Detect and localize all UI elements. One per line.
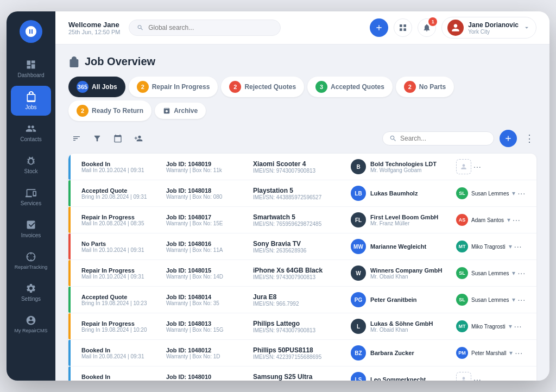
row-actions-5: SL Susan Lemmes ▾ ··· — [456, 294, 536, 306]
status-text-4: Repair In Progress — [81, 267, 163, 274]
sidebar-item-jobs[interactable]: Jobs — [11, 86, 51, 116]
status-text-1: Accepted Quote — [81, 187, 163, 194]
customer-name-6: Lukas & Söhne GmbH — [370, 320, 433, 327]
device-cell-4: iPhone Xs 64GB Black IMEI/SN: 9743007900… — [250, 267, 348, 280]
tab-accepted-quotes[interactable]: 3 Accepted Quotes — [307, 77, 393, 97]
user-info[interactable]: Jane Dorianovic York City — [441, 17, 536, 39]
customer-name-2: First Level Boom GmbH — [370, 214, 438, 220]
row-menu-button-5[interactable]: ··· — [517, 295, 526, 304]
job-id-cell-0: Job ID: 1048019 Warranty | Box No: 11k — [163, 161, 250, 173]
row-menu-button-7[interactable]: ··· — [515, 349, 523, 357]
more-options-button[interactable]: ⋮ — [522, 130, 536, 147]
assignee-4: SL Susan Lemmes ▾ — [456, 267, 515, 279]
assignee-avatar-6: MT — [456, 320, 468, 332]
assignee-chevron-7[interactable]: ▾ — [509, 349, 513, 357]
job-id-cell-4: Job ID: 1048015 Warranty | Box No: 14D — [163, 267, 250, 280]
sidebar-item-contacts[interactable]: Contacts — [7, 118, 55, 148]
notification-button[interactable]: 1 — [418, 18, 436, 37]
customer-cell-2: FL First Level Boom GmbH Mr. Franz Mülle… — [348, 212, 456, 227]
app-logo[interactable] — [20, 20, 42, 43]
assignee-chevron-6[interactable]: ▾ — [509, 323, 512, 330]
table-row: Booked In Homepage | 05.12.20 | 09:31 Jo… — [68, 366, 536, 381]
assignee-name-4: Susan Lemmes — [471, 270, 509, 276]
customer-avatar-6: L — [351, 319, 366, 334]
customer-name-1: Lukas Baumholz — [370, 190, 418, 197]
status-text-8: Booked In — [81, 374, 163, 380]
filter-button[interactable] — [89, 130, 105, 147]
calendar-button[interactable] — [110, 130, 126, 147]
row-menu-button-3[interactable]: ··· — [514, 242, 522, 251]
row-actions-2: AS Adam Santos ▾ ··· — [456, 214, 536, 226]
status-sub-2: Mail In 20.08.2024 | 08:35 — [81, 220, 163, 226]
device-cell-7: Phillips 50PUS8118 IMEI/SN: 422397155688… — [250, 346, 348, 360]
tab-repair-badge: 2 — [137, 81, 149, 93]
sidebar-item-invoices-label: Invoices — [21, 232, 41, 238]
assignee-chevron-4[interactable]: ▾ — [512, 269, 515, 277]
sidebar-item-invoices[interactable]: Invoices — [7, 214, 55, 244]
row-menu-button-6[interactable]: ··· — [514, 322, 522, 331]
status-cell-3: No Parts Mail In 20.10.2024 | 09:31 — [76, 241, 163, 253]
table-search-bar[interactable] — [382, 131, 494, 146]
new-job-button[interactable] — [500, 130, 517, 147]
status-sub-8: Homepage | 05.12.20 | 09:31 — [81, 380, 163, 381]
unassign-icon-8[interactable] — [456, 372, 471, 381]
services-icon — [26, 187, 36, 198]
status-bar-6 — [68, 313, 71, 339]
device-name-7: Phillips 50PUS8118 — [253, 346, 348, 354]
assignee-chevron-1[interactable]: ▾ — [512, 189, 515, 197]
device-cell-6: Philips Lattego IMEI/SN: 9743007900813 — [250, 320, 348, 333]
user-city: York City — [468, 29, 519, 35]
row-menu-button-1[interactable]: ··· — [517, 189, 526, 198]
tab-ready-label: Ready To Return — [92, 107, 143, 115]
customer-cell-0: B Bold Technologies LDT Mr. Wolfgang Gob… — [348, 159, 456, 174]
assignee-chevron-2[interactable]: ▾ — [507, 216, 510, 224]
status-bar-3 — [68, 233, 71, 260]
unassign-icon-0[interactable] — [456, 159, 471, 174]
global-search-bar[interactable] — [129, 20, 281, 36]
job-id-cell-6: Job ID: 1048013 Warranty | Box No: 15G — [163, 320, 250, 333]
user-add-button[interactable] — [130, 130, 147, 147]
job-sub-5: Warranty | Box No: 35 — [166, 300, 250, 306]
sidebar-item-my-repair-cms[interactable]: My RepairCMS — [7, 309, 55, 339]
grid-button[interactable] — [394, 18, 412, 37]
assignee-chevron-3[interactable]: ▾ — [509, 243, 512, 250]
job-id-cell-3: Job ID: 1048016 Warranty | Box No: 11A — [163, 241, 250, 253]
tab-repair-in-progress[interactable]: 2 Repair In Progress — [129, 77, 218, 97]
sidebar-item-stock[interactable]: Stock — [7, 150, 55, 180]
sidebar-item-services[interactable]: Services — [7, 182, 55, 212]
assignee-2: AS Adam Santos ▾ — [456, 214, 510, 226]
device-cell-8: Samsung S25 Ultra IMEI/SN: 2635628930666… — [250, 373, 348, 381]
sidebar-item-settings[interactable]: Settings — [7, 277, 55, 307]
device-name-6: Philips Lattego — [253, 320, 348, 327]
assignee-chevron-5[interactable]: ▾ — [512, 296, 515, 304]
row-menu-button-2[interactable]: ··· — [513, 216, 521, 224]
customer-info-2: First Level Boom GmbH Mr. Franz Müller — [370, 214, 438, 226]
table-search-input[interactable] — [400, 135, 487, 142]
sidebar-item-dashboard[interactable]: Dashboard — [7, 54, 55, 84]
device-cell-3: Sony Bravia TV IMEI/SN: 2635628936 — [250, 240, 348, 254]
customer-name-4: Winners Company GmbH — [370, 267, 443, 274]
row-menu-button-0[interactable]: ··· — [473, 162, 482, 171]
customer-avatar-1: LB — [351, 186, 366, 201]
job-id-1: Job ID: 1048018 — [166, 187, 250, 194]
device-name-4: iPhone Xs 64GB Black — [253, 267, 348, 274]
add-button[interactable] — [370, 18, 388, 37]
repair-tracking-icon — [26, 251, 36, 262]
sidebar-item-repair-tracking[interactable]: RepairTracking — [7, 246, 55, 275]
user-details: Jane Dorianovic York City — [468, 21, 519, 35]
sidebar-item-services-label: Services — [21, 200, 41, 206]
tab-ready-to-return[interactable]: 2 Ready To Return — [68, 100, 151, 121]
global-search-input[interactable] — [148, 24, 273, 31]
row-menu-button-4[interactable]: ··· — [517, 269, 526, 277]
job-sub-7: Warranty | Box No: 1D — [166, 353, 250, 359]
job-sub-0: Warranty | Box No: 11k — [166, 167, 250, 173]
filter-lines-button[interactable] — [68, 130, 85, 147]
tab-rejected-quotes[interactable]: 2 Rejected Quotes — [221, 77, 304, 97]
row-menu-button-8[interactable]: ··· — [473, 375, 482, 381]
tab-all-jobs[interactable]: 365 All Jobs — [68, 77, 125, 97]
job-tabs: 365 All Jobs 2 Repair In Progress 2 Reje… — [68, 77, 536, 121]
tab-archive[interactable]: Archive — [155, 103, 206, 119]
customer-avatar-3: MW — [351, 239, 366, 254]
assignee-avatar-1: SL — [456, 187, 468, 199]
tab-no-parts[interactable]: 2 No Parts — [396, 77, 454, 97]
